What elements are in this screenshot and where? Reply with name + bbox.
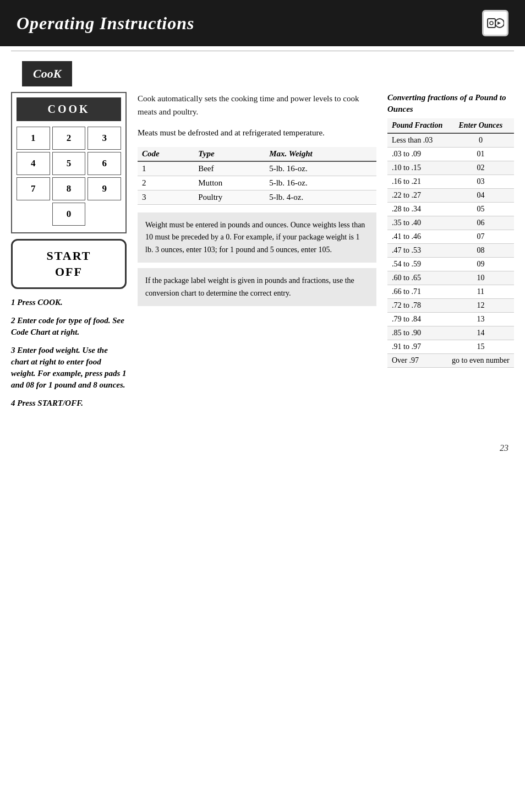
code-table-row: 1Beef5-lb. 16-oz. [138,161,376,176]
main-content: COOK 1 2 3 4 5 6 7 8 9 0 S [0,92,525,432]
key-3[interactable]: 3 [88,127,121,150]
page-number: 23 [0,432,525,459]
keypad-display: COOK 1 2 3 4 5 6 7 8 9 0 [11,92,127,233]
cook-description: Cook automatically sets the cooking time… [138,92,376,118]
key-6[interactable]: 6 [88,152,121,175]
section-cook-label: CooK [22,61,72,86]
conversion-table-row: .91 to .9715 [387,340,514,354]
key-0[interactable]: 0 [52,203,86,226]
svg-point-2 [490,21,493,25]
keypad-grid: 1 2 3 4 5 6 7 8 9 0 [17,127,121,226]
page-title: Operating Instructions [17,13,194,34]
key-7[interactable]: 7 [17,177,50,200]
conversion-header: Converting fractions of a Pound to Ounce… [387,92,514,115]
svg-rect-1 [488,19,495,28]
code-table-row: 2Mutton5-lb. 16-oz. [138,176,376,190]
key-2[interactable]: 2 [52,127,86,150]
instruction-1: 1 Press COOK. [11,297,127,308]
conversion-table-row: Less than .030 [387,133,514,148]
conversion-table-row: .10 to .1502 [387,161,514,175]
key-1[interactable]: 1 [17,127,50,150]
conversion-table-row: .22 to .2704 [387,189,514,203]
code-table-header-code: Code [138,147,194,161]
conv-col2-header: Enter Ounces [447,118,514,133]
weight-note: Weight must be entered in pounds and oun… [138,212,376,263]
page-header: Operating Instructions [0,0,525,46]
conversion-table-row: .28 to .3405 [387,203,514,216]
conversion-table-row: .85 to .9014 [387,326,514,340]
key-8[interactable]: 8 [52,177,86,200]
code-table-header-type: Type [194,147,265,161]
code-table: Code Type Max. Weight 1Beef5-lb. 16-oz.2… [138,147,376,205]
right-column: Converting fractions of a Pound to Ounce… [387,92,514,416]
microwave-icon [486,14,504,32]
conversion-table-row: .72 to .7812 [387,299,514,313]
conversion-table-row: .41 to .4607 [387,230,514,244]
conversion-table-row: .47 to .5308 [387,244,514,258]
conversion-table-row: Over .97go to even number [387,354,514,368]
header-icon [482,10,508,36]
code-table-header-weight: Max. Weight [265,147,376,161]
conversion-table-row: .60 to .6510 [387,271,514,285]
middle-column: Cook automatically sets the cooking time… [138,92,376,416]
conv-col1-header: Pound Fraction [387,118,447,133]
conversion-table-row: .79 to .8413 [387,313,514,326]
instruction-2: 2 Enter code for type of food. See Code … [11,315,127,338]
keypad-column: COOK 1 2 3 4 5 6 7 8 9 0 S [11,92,127,416]
meats-note: Meats must be defrosted and at refrigera… [138,126,376,139]
key-4[interactable]: 4 [17,152,50,175]
conversion-table-row: .16 to .2103 [387,175,514,189]
conversion-table: Pound Fraction Enter Ounces Less than .0… [387,118,514,368]
key-9[interactable]: 9 [88,177,121,200]
instruction-4: 4 Press START/OFF. [11,397,127,409]
keypad-label: COOK [17,97,121,121]
key-5[interactable]: 5 [52,152,86,175]
section-label-wrapper: CooK [11,51,514,86]
conversion-table-row: .35 to .4006 [387,216,514,230]
code-table-row: 3Poultry5-lb. 4-oz. [138,190,376,205]
instructions-list: 1 Press COOK. 2 Enter code for type of f… [11,297,127,409]
content-row: COOK 1 2 3 4 5 6 7 8 9 0 S [11,92,514,416]
start-off-button[interactable]: START OFF [11,239,127,289]
conversion-table-row: .03 to .0901 [387,148,514,161]
instruction-3: 3 Enter food weight. Use the chart at ri… [11,345,127,391]
package-note: If the package label weight is given in … [138,268,376,306]
conversion-table-row: .54 to .5909 [387,258,514,271]
conversion-table-row: .66 to .7111 [387,285,514,299]
